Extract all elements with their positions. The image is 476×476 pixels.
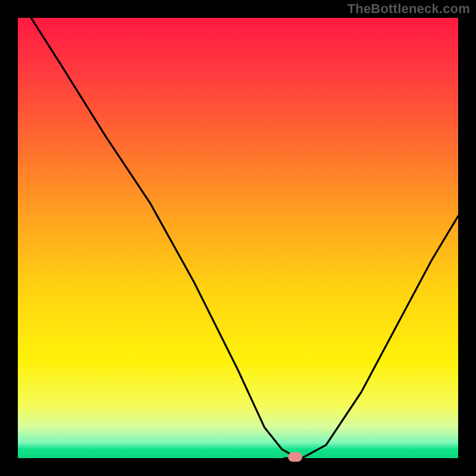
gradient-plot-area	[18, 18, 458, 458]
optimal-point-marker	[288, 452, 302, 462]
watermark-text: TheBottleneck.com	[347, 1, 470, 17]
chart-frame: TheBottleneck.com	[0, 0, 476, 476]
